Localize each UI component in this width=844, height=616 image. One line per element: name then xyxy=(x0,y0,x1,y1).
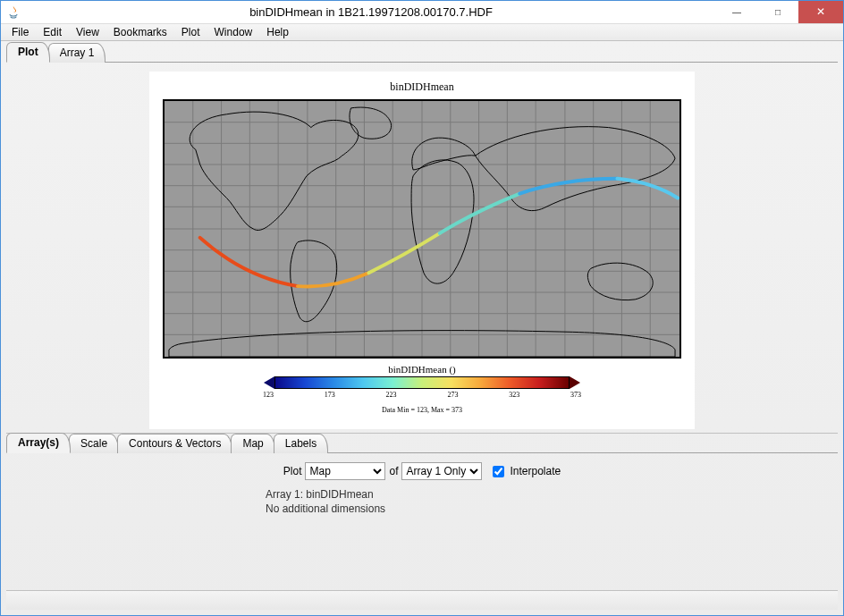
array-line: Array 1: binDIDHmean xyxy=(266,487,838,502)
data-min-max: Data Min = 123, Max = 373 xyxy=(149,406,695,414)
lower-panel: Array(s) Scale Contours & Vectors Map La… xyxy=(6,433,838,586)
colorbar-ticks: 123 173 223 273 323 373 xyxy=(263,391,581,399)
client-area: Plot Array 1 binDIDHmean xyxy=(1,41,843,615)
world-map-svg xyxy=(165,101,679,357)
bottom-tabstrip: Array(s) Scale Contours & Vectors Map La… xyxy=(6,434,838,453)
menu-plot[interactable]: Plot xyxy=(176,24,206,40)
tick: 223 xyxy=(386,391,397,399)
menu-file[interactable]: File xyxy=(6,24,34,40)
tick: 273 xyxy=(447,391,458,399)
colorbar-under-icon xyxy=(264,376,274,389)
array-info: Array 1: binDIDHmean No additional dimen… xyxy=(266,487,838,516)
window-buttons: — □ ✕ xyxy=(716,1,843,23)
tab-contours-vectors[interactable]: Contours & Vectors xyxy=(117,434,232,453)
interpolate-wrap[interactable]: Interpolate xyxy=(489,463,561,480)
nodim-line: No additional dimensions xyxy=(266,502,838,516)
window-title: binDIDHmean in 1B21.19971208.00170.7.HDF xyxy=(26,5,716,19)
status-bar xyxy=(6,590,838,610)
plot-title: binDIDHmean xyxy=(149,72,695,94)
plot-type-select[interactable]: Map xyxy=(305,462,385,480)
tab-plot[interactable]: Plot xyxy=(6,42,50,63)
map-area xyxy=(163,99,681,359)
colorbar-gradient xyxy=(274,376,570,389)
menu-help[interactable]: Help xyxy=(261,24,294,40)
top-tabstrip: Plot Array 1 xyxy=(6,43,838,63)
tick: 323 xyxy=(509,391,519,399)
tab-map[interactable]: Map xyxy=(231,434,274,453)
colorbar xyxy=(149,376,695,389)
interpolate-label: Interpolate xyxy=(510,465,561,477)
plot-panel: binDIDHmean xyxy=(6,66,838,429)
plot-canvas: binDIDHmean xyxy=(149,72,695,429)
tick: 123 xyxy=(263,391,274,399)
plot-label: Plot xyxy=(283,465,302,477)
menu-edit[interactable]: Edit xyxy=(38,24,67,40)
tab-scale[interactable]: Scale xyxy=(69,434,119,453)
menubar: File Edit View Bookmarks Plot Window Hel… xyxy=(1,24,843,41)
tick: 373 xyxy=(570,391,581,399)
tick: 173 xyxy=(325,391,335,399)
java-icon xyxy=(6,4,21,19)
titlebar: binDIDHmean in 1B21.19971208.00170.7.HDF… xyxy=(1,1,843,24)
tab-labels[interactable]: Labels xyxy=(274,434,328,453)
menu-view[interactable]: View xyxy=(71,24,105,40)
menu-bookmarks[interactable]: Bookmarks xyxy=(108,24,173,40)
colorbar-over-icon xyxy=(570,376,580,389)
colorbar-label: binDIDHmean () xyxy=(149,364,695,375)
minimize-button[interactable]: — xyxy=(716,1,757,23)
of-select[interactable]: Array 1 Only xyxy=(401,462,482,480)
plot-controls-row: Plot Map of Array 1 Only Interpolate xyxy=(6,462,838,480)
tab-array1[interactable]: Array 1 xyxy=(48,43,106,63)
interpolate-checkbox[interactable] xyxy=(493,466,504,477)
close-button[interactable]: ✕ xyxy=(798,1,843,23)
of-label: of xyxy=(389,465,398,477)
arrays-content: Plot Map of Array 1 Only Interpolate Arr… xyxy=(6,453,838,586)
tab-arrays[interactable]: Array(s) xyxy=(6,433,71,453)
menu-window[interactable]: Window xyxy=(209,24,258,40)
maximize-button[interactable]: □ xyxy=(757,1,798,23)
